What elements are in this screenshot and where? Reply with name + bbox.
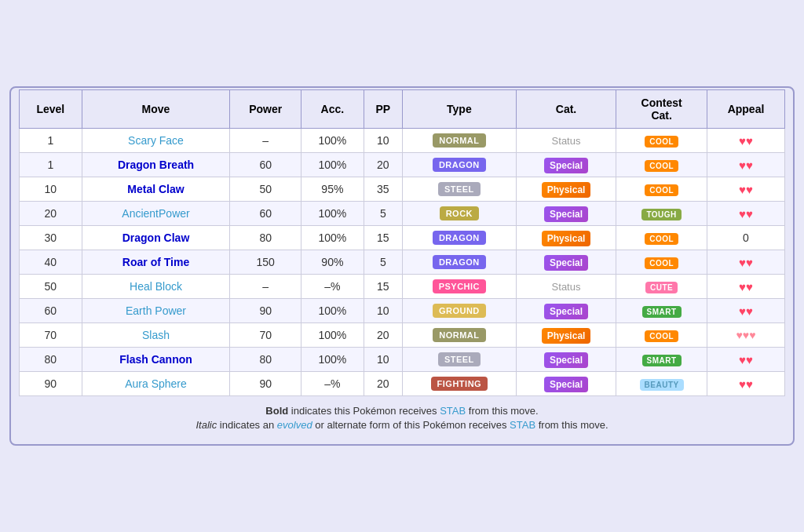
cell-pp: 10: [364, 129, 402, 153]
cell-move[interactable]: Aura Sphere: [82, 372, 230, 396]
cell-pp: 20: [364, 323, 402, 348]
cell-appeal: ♥♥: [707, 250, 784, 275]
cell-move[interactable]: Metal Claw: [82, 177, 230, 202]
cell-cat: Special: [516, 250, 616, 275]
cell-move[interactable]: Flash Cannon: [82, 348, 230, 372]
cell-power: 150: [230, 250, 302, 275]
cell-cat: Special: [516, 202, 616, 226]
cell-type: FIGHTING: [402, 372, 516, 396]
cell-acc: 100%: [302, 153, 364, 177]
cell-appeal: 0: [707, 226, 784, 250]
cell-cat: Physical: [516, 177, 616, 202]
cell-level: 90: [20, 372, 82, 396]
cell-move[interactable]: Scary Face: [82, 129, 230, 153]
table-row: 50Heal Block––%15PSYCHICStatusCUTE♥♥: [20, 275, 785, 299]
cell-type: DRAGON: [402, 250, 516, 275]
cell-pp: 5: [364, 250, 402, 275]
cell-acc: 100%: [302, 202, 364, 226]
cell-move[interactable]: Roar of Time: [82, 250, 230, 275]
cell-contest: COOL: [616, 153, 707, 177]
cell-pp: 10: [364, 348, 402, 372]
cell-acc: 90%: [302, 250, 364, 275]
cell-type: PSYCHIC: [402, 275, 516, 299]
cell-power: –: [230, 275, 302, 299]
cell-type: ROCK: [402, 202, 516, 226]
cell-power: 60: [230, 202, 302, 226]
cell-level: 30: [20, 226, 82, 250]
cell-contest: SMART: [616, 348, 707, 372]
cell-pp: 35: [364, 177, 402, 202]
cell-pp: 5: [364, 202, 402, 226]
cell-cat: Status: [516, 129, 616, 153]
cell-contest: COOL: [616, 177, 707, 202]
cell-move[interactable]: Dragon Breath: [82, 153, 230, 177]
cell-appeal: ♥♥: [707, 153, 784, 177]
cell-level: 20: [20, 202, 82, 226]
footer-line2-mid2: or alternate form of this Pokémon receiv…: [315, 419, 510, 431]
cell-move[interactable]: Heal Block: [82, 275, 230, 299]
cell-cat: Special: [516, 299, 616, 323]
cell-type: DRAGON: [402, 226, 516, 250]
cell-level: 1: [20, 129, 82, 153]
cell-pp: 15: [364, 226, 402, 250]
cell-power: 90: [230, 372, 302, 396]
cell-contest: CUTE: [616, 275, 707, 299]
col-move: Move: [82, 90, 230, 129]
cell-cat: Special: [516, 153, 616, 177]
table-row: 30Dragon Claw80100%15DRAGONPhysicalCOOL0: [20, 226, 785, 250]
stab-link-1[interactable]: STAB: [440, 405, 466, 417]
cell-move[interactable]: Earth Power: [82, 299, 230, 323]
cell-type: NORMAL: [402, 323, 516, 348]
cell-pp: 10: [364, 299, 402, 323]
cell-cat: Physical: [516, 226, 616, 250]
stab-link-2[interactable]: STAB: [510, 419, 535, 431]
cell-pp: 20: [364, 372, 402, 396]
cell-contest: COOL: [616, 250, 707, 275]
cell-level: 40: [20, 250, 82, 275]
cell-level: 1: [20, 153, 82, 177]
footer-line2: Italic indicates an evolved or alternate…: [27, 419, 777, 431]
table-row: 1Scary Face–100%10NORMALStatusCOOL♥♥: [20, 129, 785, 153]
cell-power: 70: [230, 323, 302, 348]
cell-move[interactable]: AncientPower: [82, 202, 230, 226]
cell-cat: Physical: [516, 323, 616, 348]
cell-acc: 100%: [302, 348, 364, 372]
cell-appeal: ♥♥: [707, 372, 784, 396]
cell-pp: 20: [364, 153, 402, 177]
footer-bold-label: Bold: [265, 405, 288, 417]
footer: Bold indicates this Pokémon receives STA…: [19, 396, 785, 436]
cell-acc: 95%: [302, 177, 364, 202]
table-row: 90Aura Sphere90–%20FIGHTINGSpecialBEAUTY…: [20, 372, 785, 396]
cell-level: 80: [20, 348, 82, 372]
cell-power: 90: [230, 299, 302, 323]
col-contest: ContestCat.: [616, 90, 707, 129]
cell-appeal: ♥♥: [707, 299, 784, 323]
cell-power: 60: [230, 153, 302, 177]
cell-power: 80: [230, 348, 302, 372]
cell-cat: Special: [516, 348, 616, 372]
cell-appeal: ♥♥: [707, 177, 784, 202]
col-pp: PP: [364, 90, 402, 129]
cell-type: STEEL: [402, 348, 516, 372]
cell-contest: SMART: [616, 299, 707, 323]
cell-level: 10: [20, 177, 82, 202]
cell-acc: 100%: [302, 226, 364, 250]
evolved-link[interactable]: evolved: [277, 419, 312, 431]
cell-power: 80: [230, 226, 302, 250]
cell-type: GROUND: [402, 299, 516, 323]
cell-cat: Special: [516, 372, 616, 396]
cell-appeal: ♥♥: [707, 275, 784, 299]
cell-move[interactable]: Slash: [82, 323, 230, 348]
footer-line1: Bold indicates this Pokémon receives STA…: [27, 405, 777, 417]
cell-acc: 100%: [302, 299, 364, 323]
footer-line2-mid: indicates an: [220, 419, 277, 431]
cell-contest: BEAUTY: [616, 372, 707, 396]
cell-contest: TOUGH: [616, 202, 707, 226]
cell-appeal: ♥♥♥: [707, 323, 784, 348]
table-row: 70Slash70100%20NORMALPhysicalCOOL♥♥♥: [20, 323, 785, 348]
cell-contest: COOL: [616, 129, 707, 153]
cell-appeal: ♥♥: [707, 129, 784, 153]
cell-acc: 100%: [302, 129, 364, 153]
col-type: Type: [402, 90, 516, 129]
cell-move[interactable]: Dragon Claw: [82, 226, 230, 250]
